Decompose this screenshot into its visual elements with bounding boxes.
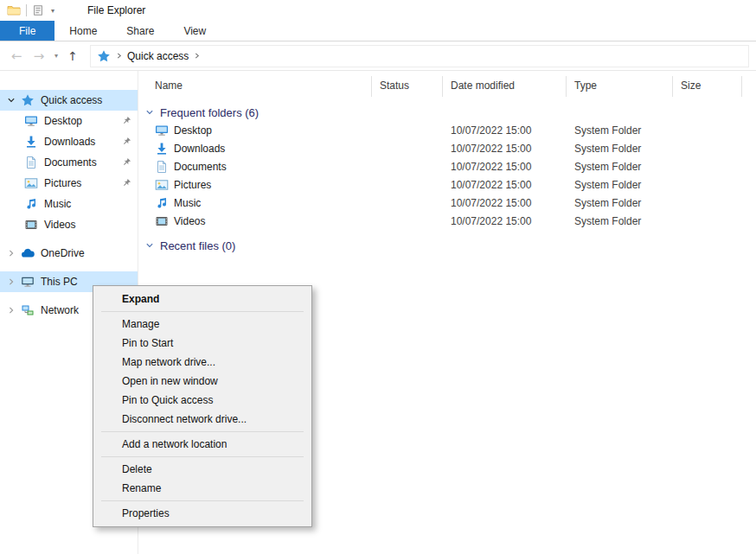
menu-item-manage[interactable]: Manage: [93, 315, 311, 334]
file-type: System Folder: [567, 143, 673, 155]
sidebar-item-label: OneDrive: [41, 247, 85, 259]
file-row-desktop[interactable]: Desktop10/07/2022 15:00System Folder: [138, 121, 756, 139]
menu-item-map-network-drive[interactable]: Map network drive...: [93, 353, 311, 372]
forward-button[interactable]: →: [28, 45, 50, 67]
sidebar-item-videos[interactable]: Videos: [0, 214, 138, 235]
qat-customize-icon[interactable]: ▾: [49, 7, 56, 15]
tab-share[interactable]: Share: [112, 21, 169, 41]
onedrive-icon: [21, 246, 35, 260]
file-groups: Frequent folders (6)Desktop10/07/2022 15…: [138, 104, 756, 254]
menu-item-open-in-new-window[interactable]: Open in new window: [93, 372, 311, 391]
column-header-date-modified[interactable]: Date modified: [443, 76, 567, 97]
sidebar-item-onedrive[interactable]: OneDrive: [0, 243, 138, 264]
group-collapse-icon[interactable]: [145, 108, 154, 117]
chevron-right-icon[interactable]: [7, 249, 21, 258]
desktop-icon: [155, 124, 169, 137]
column-header-type[interactable]: Type: [567, 76, 673, 97]
title-bar: ▾ File Explorer: [0, 0, 756, 21]
sidebar-item-label: Network: [41, 304, 79, 316]
file-row-pictures[interactable]: Pictures10/07/2022 15:00System Folder: [138, 175, 756, 194]
breadcrumb-chevron-icon[interactable]: [115, 52, 123, 60]
pin-icon: [122, 116, 131, 125]
file-explorer-window: ▾ File Explorer FileHomeShareView ← → ▾ …: [0, 0, 756, 554]
file-date-modified: 10/07/2022 15:00: [443, 161, 567, 173]
pin-icon: [122, 157, 131, 167]
sidebar-item-label: Music: [44, 198, 71, 210]
pin-icon: [122, 178, 131, 188]
qat-properties-icon[interactable]: [32, 4, 44, 16]
downloads-icon: [24, 135, 38, 149]
chevron-right-icon[interactable]: [7, 306, 21, 315]
menu-item-add-a-network-location[interactable]: Add a network location: [93, 435, 311, 454]
menu-separator: [101, 500, 304, 501]
music-icon: [24, 197, 38, 211]
up-button[interactable]: ↑: [62, 45, 83, 67]
sidebar-item-downloads[interactable]: Downloads: [0, 131, 138, 152]
file-date-modified: 10/07/2022 15:00: [443, 179, 567, 191]
chevron-spacer: [10, 220, 24, 229]
sidebar-item-documents[interactable]: Documents: [0, 152, 138, 173]
menu-item-pin-to-quick-access[interactable]: Pin to Quick access: [93, 391, 311, 410]
menu-item-rename[interactable]: Rename: [93, 479, 311, 498]
file-row-downloads[interactable]: Downloads10/07/2022 15:00System Folder: [138, 139, 756, 157]
file-type: System Folder: [567, 215, 673, 227]
file-row-documents[interactable]: Documents10/07/2022 15:00System Folder: [138, 157, 756, 175]
app-folder-icon: [7, 3, 21, 17]
back-button[interactable]: ←: [5, 45, 28, 67]
tab-file[interactable]: File: [0, 21, 54, 41]
chevron-right-icon[interactable]: [7, 277, 21, 286]
music-icon: [155, 196, 169, 210]
file-type: System Folder: [567, 124, 673, 137]
sidebar-item-label: Documents: [44, 156, 97, 169]
sidebar-item-desktop[interactable]: Desktop: [0, 111, 138, 131]
file-row-videos[interactable]: Videos10/07/2022 15:00System Folder: [138, 212, 756, 230]
column-header-status[interactable]: Status: [372, 76, 443, 97]
menu-item-delete[interactable]: Delete: [93, 460, 311, 479]
menu-item-expand[interactable]: Expand: [93, 290, 311, 309]
menu-item-properties[interactable]: Properties: [93, 504, 311, 523]
chevron-spacer: [10, 137, 24, 146]
chevron-down-icon[interactable]: [7, 96, 21, 105]
file-date-modified: 10/07/2022 15:00: [443, 197, 567, 209]
tab-home[interactable]: Home: [54, 21, 112, 41]
file-name: Videos: [174, 215, 205, 227]
sidebar-item-label: Quick access: [41, 94, 102, 106]
window-title: File Explorer: [87, 4, 145, 16]
chevron-spacer: [10, 179, 24, 188]
this-pc-icon: [21, 275, 35, 289]
sidebar-item-music[interactable]: Music: [0, 194, 138, 214]
breadcrumb-chevron-icon[interactable]: [193, 52, 201, 60]
pictures-icon: [24, 176, 38, 190]
file-name: Music: [174, 197, 201, 209]
group-label: Recent files (0): [160, 239, 235, 252]
group-header-frequent-folders-6[interactable]: Frequent folders (6): [138, 104, 756, 121]
qat-divider: [26, 4, 27, 16]
column-header-name[interactable]: Name: [138, 76, 372, 97]
group-collapse-icon[interactable]: [145, 241, 154, 250]
menu-item-disconnect-network-drive[interactable]: Disconnect network drive...: [93, 410, 311, 429]
documents-icon: [24, 156, 38, 169]
menu-separator: [101, 431, 304, 432]
sidebar-item-pictures[interactable]: Pictures: [0, 173, 138, 194]
tab-view[interactable]: View: [169, 21, 221, 41]
menu-item-pin-to-start[interactable]: Pin to Start: [93, 334, 311, 353]
column-headers: NameStatusDate modifiedTypeSize: [138, 76, 756, 97]
sidebar-item-label: Videos: [44, 219, 75, 231]
file-row-music[interactable]: Music10/07/2022 15:00System Folder: [138, 194, 756, 212]
pictures-icon: [155, 178, 169, 192]
breadcrumb-item-quick-access[interactable]: Quick access: [127, 50, 189, 62]
recent-locations-dropdown-icon[interactable]: ▾: [50, 52, 62, 60]
chevron-spacer: [10, 117, 24, 125]
videos-icon: [155, 214, 169, 228]
group-header-recent-files-0[interactable]: Recent files (0): [138, 237, 756, 254]
sidebar-item-label: Desktop: [44, 115, 82, 127]
file-type: System Folder: [567, 161, 673, 173]
menu-separator: [101, 311, 304, 312]
file-type: System Folder: [567, 179, 673, 191]
address-bar[interactable]: Quick access: [90, 45, 749, 67]
column-header-size[interactable]: Size: [673, 76, 742, 97]
file-date-modified: 10/07/2022 15:00: [443, 143, 567, 155]
file-name: Pictures: [174, 179, 211, 191]
file-name: Documents: [174, 161, 227, 173]
sidebar-item-quick-access[interactable]: Quick access: [0, 90, 138, 111]
